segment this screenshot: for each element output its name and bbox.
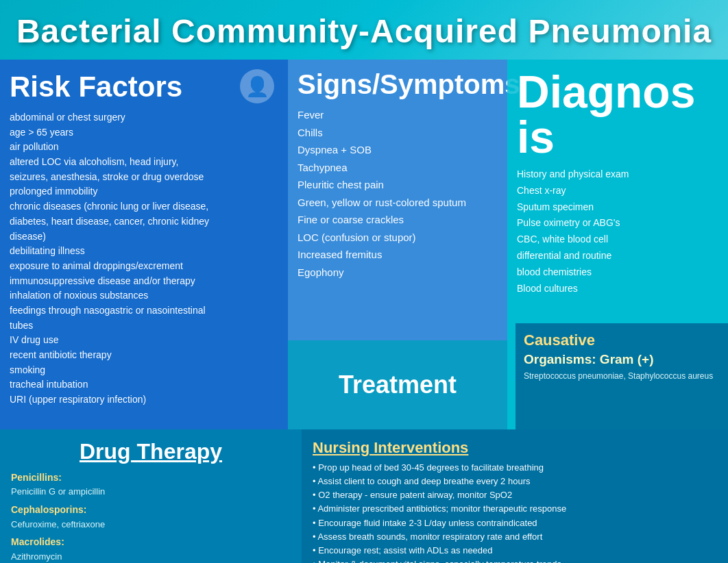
list-item: Egophony xyxy=(298,264,498,282)
list-item: tubes xyxy=(10,318,278,334)
signs-symptoms-list: Fever Chills Dyspnea + SOB Tachypnea Ple… xyxy=(298,106,498,281)
main-content: 👤 Risk Factors abdominal or chest surger… xyxy=(0,60,728,429)
organisms-overlay: Causative Organisms: Gram (+) Streptococ… xyxy=(515,323,728,429)
list-item: O2 therapy - ensure patent airway, monit… xyxy=(313,488,717,502)
list-item: age > 65 years xyxy=(10,125,278,140)
list-item: Blood cultures xyxy=(517,281,718,297)
list-item: differential and routine xyxy=(517,248,718,264)
drug-item: Cefuroxime, ceftriaxone xyxy=(11,518,291,532)
diagnosis-title: Diagnosis xyxy=(517,69,718,160)
list-item: exposure to animal droppings/excrement xyxy=(10,259,278,274)
list-item: Assess breath sounds, monitor respirator… xyxy=(313,530,717,544)
signs-symptoms-panel: Signs/Symptoms Fever Chills Dyspnea + SO… xyxy=(288,60,507,429)
drug-category: Penicillins: xyxy=(11,470,291,485)
list-item: smoking xyxy=(10,363,278,378)
list-item: immunosuppressive disease and/or therapy xyxy=(10,274,278,289)
organisms-line3: Streptococcus pneumoniae, Staphylococcus… xyxy=(524,371,720,381)
list-item: Fine or coarse crackles xyxy=(298,211,498,229)
bottom-section: Drug Therapy Penicillins: Penicillin G o… xyxy=(0,429,728,563)
list-item: Assist client to cough and deep breathe … xyxy=(313,475,717,488)
list-item: Sputum specimen xyxy=(517,199,718,216)
risk-factors-list: abdominal or chest surgery age > 65 year… xyxy=(10,110,278,408)
list-item: prolonged immobility xyxy=(10,184,278,199)
list-item: Chills xyxy=(298,124,498,142)
list-item: abdominal or chest surgery xyxy=(10,110,278,125)
risk-factors-title: Risk Factors xyxy=(10,71,278,103)
drug-therapy-title: Drug Therapy xyxy=(11,439,291,464)
signs-symptoms-title: Signs/Symptoms xyxy=(298,69,498,99)
drug-category: Cephalosporins: xyxy=(11,502,291,517)
treatment-title: Treatment xyxy=(339,371,457,399)
list-item: Pulse oximetry or ABG's xyxy=(517,215,718,232)
list-item: chronic diseases (chronic lung or liver … xyxy=(10,199,278,214)
drug-item: Penicillin G or ampicillin xyxy=(11,485,291,499)
diagnosis-panel: Diagnosis History and physical exam Ches… xyxy=(507,60,728,429)
list-item: Green, yellow or rust-colored sputum xyxy=(298,194,498,212)
list-item: Dyspnea + SOB xyxy=(298,141,498,159)
list-item: Increased fremitus xyxy=(298,246,498,264)
list-item: Administer prescribed antibiotics; monit… xyxy=(313,502,717,516)
nursing-title: Nursing Interventions xyxy=(313,439,717,457)
list-item: History and physical exam xyxy=(517,166,718,183)
list-item: IV drug use xyxy=(10,333,278,348)
list-item: Encourage rest; assist with ADLs as need… xyxy=(313,544,717,558)
list-item: Encourage fluid intake 2-3 L/day unless … xyxy=(313,516,717,530)
list-item: disease) xyxy=(10,229,278,245)
person-icon: 👤 xyxy=(240,69,274,103)
list-item: Prop up head of bed 30-45 degrees to fac… xyxy=(313,461,717,475)
nursing-list: Prop up head of bed 30-45 degrees to fac… xyxy=(313,461,717,563)
drug-therapy-panel: Drug Therapy Penicillins: Penicillin G o… xyxy=(0,429,302,563)
page-title: Bacterial Community-Acquired Pneumonia xyxy=(7,12,721,50)
list-item: Monitor & document vital signs, especial… xyxy=(313,558,717,563)
list-item: URI (upper respiratory infection) xyxy=(10,392,278,408)
list-item: Chest x-ray xyxy=(517,183,718,199)
treatment-box: Treatment xyxy=(288,340,507,429)
list-item: debilitating illness xyxy=(10,244,278,259)
list-item: blood chemistries xyxy=(517,264,718,281)
drug-category: Macrolides: xyxy=(11,534,291,549)
list-item: LOC (confusion or stupor) xyxy=(298,229,498,247)
list-item: Pleuritic chest pain xyxy=(298,176,498,194)
list-item: CBC, white blood cell xyxy=(517,232,718,248)
nursing-panel: Nursing Interventions Prop up head of be… xyxy=(302,429,728,563)
header: Bacterial Community-Acquired Pneumonia xyxy=(0,0,728,60)
list-item: diabetes, heart disease, cancer, chronic… xyxy=(10,214,278,229)
list-item: tracheal intubation xyxy=(10,377,278,392)
list-item: seizures, anesthesia, stroke or drug ove… xyxy=(10,170,278,185)
list-item: Tachypnea xyxy=(298,159,498,177)
list-item: Fever xyxy=(298,106,498,124)
list-item: air pollution xyxy=(10,140,278,155)
list-item: inhalation of noxious substances xyxy=(10,288,278,303)
list-item: altered LOC via alcoholism, head injury, xyxy=(10,155,278,170)
drug-therapy-content: Penicillins: Penicillin G or ampicillin … xyxy=(11,470,291,563)
list-item: feedings through nasogastric or nasointe… xyxy=(10,303,278,318)
list-item: recent antibiotic therapy xyxy=(10,348,278,363)
drug-item: Azithromycin xyxy=(11,550,291,563)
organisms-line1: Causative xyxy=(524,331,720,349)
risk-factors-panel: 👤 Risk Factors abdominal or chest surger… xyxy=(0,60,288,429)
diagnosis-list: History and physical exam Chest x-ray Sp… xyxy=(517,166,718,297)
organisms-line2: Organisms: Gram (+) xyxy=(524,352,720,367)
